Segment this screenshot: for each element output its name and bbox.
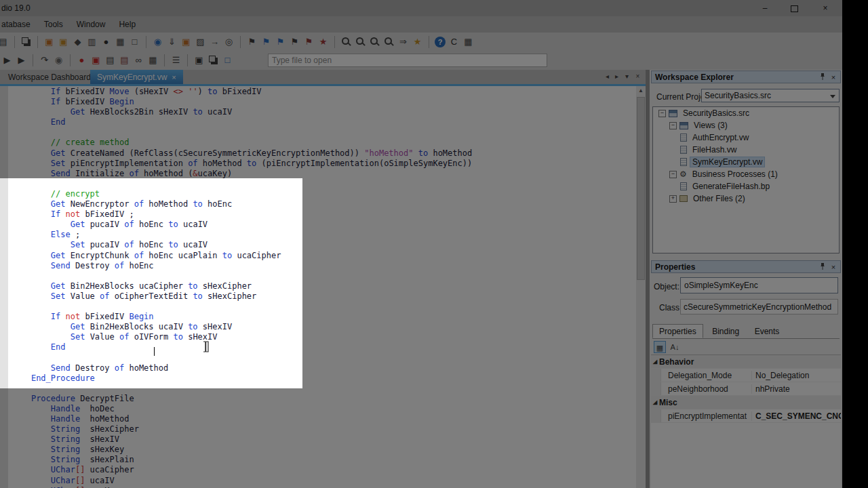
tab-close-icon[interactable]: ×	[172, 73, 176, 81]
table-editor-icon[interactable]: ▣	[180, 35, 193, 48]
close-all-documents-icon[interactable]: □	[221, 54, 234, 66]
start-debugging-icon[interactable]: ▶	[1, 54, 14, 66]
editor-scrollbar[interactable]: ▲	[636, 86, 646, 488]
component-icon[interactable]: ▥	[85, 35, 98, 48]
minimize-button[interactable]: –	[751, 0, 779, 16]
expand-icon[interactable]: +	[669, 195, 677, 203]
collapse-icon[interactable]: −	[669, 171, 677, 178]
call-stack-window-icon[interactable]: ▦	[146, 54, 159, 66]
class-browser-icon[interactable]: ▦	[114, 35, 127, 48]
categorized-view-icon[interactable]: ▦	[654, 341, 666, 353]
close-button[interactable]: ×	[811, 0, 840, 16]
current-project-dropdown[interactable]: SecurityBasics.src	[701, 89, 840, 102]
run-to-cursor-icon[interactable]: ▶	[15, 54, 28, 66]
about-icon[interactable]: C	[448, 35, 460, 48]
pin-icon[interactable]	[817, 71, 828, 83]
tree-item[interactable]: +Other Files (2)	[653, 192, 839, 205]
maximize-button[interactable]	[780, 0, 808, 16]
database-icon[interactable]: ●	[100, 35, 113, 48]
property-value[interactable]: No_Delegation	[752, 371, 841, 380]
toolbar-separator	[429, 36, 429, 48]
code-editor[interactable]: If bFixedIV Move (sHexIV <> '') to bFixe…	[0, 86, 636, 488]
collapse-icon[interactable]: −	[658, 110, 666, 117]
replace-icon[interactable]: ★	[411, 35, 424, 48]
class-name-field[interactable]	[680, 299, 838, 314]
export-document-icon[interactable]: →	[208, 35, 221, 48]
property-group-row[interactable]: ◢Misc	[651, 396, 841, 409]
output-panel-icon[interactable]: ▣	[193, 54, 205, 66]
find-next-icon[interactable]	[354, 35, 367, 48]
property-row[interactable]: peNeighborhoodnhPrivate	[651, 382, 841, 396]
scroll-up-icon[interactable]: ▲	[636, 86, 646, 96]
property-group-row[interactable]: ◢Behavior	[651, 355, 841, 369]
watch-window-icon[interactable]: ▤	[104, 54, 117, 66]
tree-item[interactable]: SymKeyEncrypt.vw	[653, 156, 839, 168]
tab-binding[interactable]: Binding	[706, 325, 745, 338]
cascade-windows-icon[interactable]	[207, 54, 220, 66]
code-explorer-icon[interactable]: ☰	[170, 54, 182, 66]
breakpoints-window-icon[interactable]: ▣	[90, 54, 102, 66]
tab-scroll-left-icon[interactable]: ◂	[603, 73, 612, 80]
next-bookmark-icon[interactable]: ⚑	[260, 35, 273, 48]
copy-window-icon[interactable]	[20, 35, 33, 48]
connect-database-icon[interactable]: ◉	[151, 35, 164, 48]
property-row[interactable]: Delegation_ModeNo_Delegation	[651, 369, 841, 382]
close-panel-icon[interactable]: ×	[828, 263, 839, 271]
tree-item[interactable]: FileHash.vw	[653, 144, 839, 156]
collapse-icon[interactable]: −	[669, 122, 677, 129]
stop-debugging-icon[interactable]: ◉	[52, 54, 65, 66]
menu-item-help[interactable]: Help	[112, 17, 142, 32]
property-grid[interactable]: ◢BehaviorDelegation_ModeNo_DelegationpeN…	[651, 354, 841, 488]
locals-window-icon[interactable]: ∞	[132, 54, 145, 66]
tree-item[interactable]: −SecurityBasics.src	[653, 107, 839, 119]
preview-document-icon[interactable]: ◎	[222, 35, 235, 48]
property-value[interactable]: C_SEC_SYMENC_CNG_AE	[752, 411, 841, 421]
tab-properties[interactable]: Properties	[652, 324, 703, 338]
report-window-icon[interactable]: ▣	[57, 35, 70, 48]
property-row[interactable]: piEncryptImplementatC_SEC_SYMENC_CNG_AE	[651, 409, 841, 423]
quick-open-input[interactable]	[268, 54, 547, 67]
step-over-icon[interactable]: ↷	[38, 54, 51, 66]
new-document-icon[interactable]: □	[128, 35, 141, 48]
autos-window-icon[interactable]: ▤	[118, 54, 131, 66]
tab-list-icon[interactable]: ▾	[623, 73, 631, 80]
help-icon[interactable]: ?	[435, 37, 446, 47]
pin-icon[interactable]	[817, 261, 828, 273]
tree-item[interactable]: AuthEncrypt.vw	[653, 131, 839, 144]
find-in-files-icon[interactable]	[382, 35, 395, 48]
import-icon[interactable]: ⇓	[165, 35, 178, 48]
scrollbar-thumb[interactable]	[637, 97, 645, 280]
edit-document-icon[interactable]: ▨	[194, 35, 207, 48]
tab-events[interactable]: Events	[749, 325, 786, 338]
collapse-triangle-icon[interactable]: ◢	[651, 399, 659, 405]
goto-line-icon[interactable]: ⇒	[397, 35, 410, 48]
printer-icon[interactable]: ▤	[0, 35, 9, 48]
toggle-breakpoint-icon[interactable]: ●	[75, 54, 88, 66]
bookmark-all-icon[interactable]: ⚑	[288, 35, 301, 48]
close-document-icon[interactable]: ×	[633, 73, 642, 80]
format-painter-icon[interactable]: ★	[317, 35, 330, 48]
menu-item-database[interactable]: atabase	[0, 17, 37, 32]
toggle-bookmark-icon[interactable]: ⚑	[245, 35, 258, 48]
tree-item[interactable]: −⚙Business Processes (1)	[653, 168, 839, 180]
close-panel-icon[interactable]: ×	[828, 73, 839, 81]
sort-alphabetical-icon[interactable]: A↓	[669, 341, 681, 353]
tab-scroll-right-icon[interactable]: ▸	[612, 73, 621, 80]
workspace-tree[interactable]: −SecurityBasics.src−Views (3)AuthEncrypt…	[652, 106, 840, 253]
menu-item-tools[interactable]: Tools	[37, 17, 70, 32]
tab-workspace-dashboard[interactable]: Workspace Dashboard	[1, 70, 98, 84]
table-grid-icon[interactable]: ▦	[462, 35, 475, 48]
find-previous-icon[interactable]	[368, 35, 381, 48]
previous-bookmark-icon[interactable]: ⚑	[274, 35, 287, 48]
key-icon[interactable]: ◆	[71, 35, 84, 48]
object-name-field[interactable]	[680, 277, 838, 293]
property-value[interactable]: nhPrivate	[752, 384, 841, 394]
order-entry-window-icon[interactable]: ▣	[43, 35, 56, 48]
tree-item[interactable]: −Views (3)	[653, 119, 839, 131]
menu-item-window[interactable]: Window	[70, 17, 113, 32]
tab-symkeyencrypt[interactable]: SymKeyEncrypt.vw ×	[90, 70, 183, 84]
find-icon[interactable]	[340, 35, 353, 48]
collapse-triangle-icon[interactable]: ◢	[651, 359, 659, 365]
tree-item[interactable]: GenerateFileHash.bp	[653, 180, 839, 192]
clear-bookmarks-icon[interactable]: ⚑	[302, 35, 315, 48]
